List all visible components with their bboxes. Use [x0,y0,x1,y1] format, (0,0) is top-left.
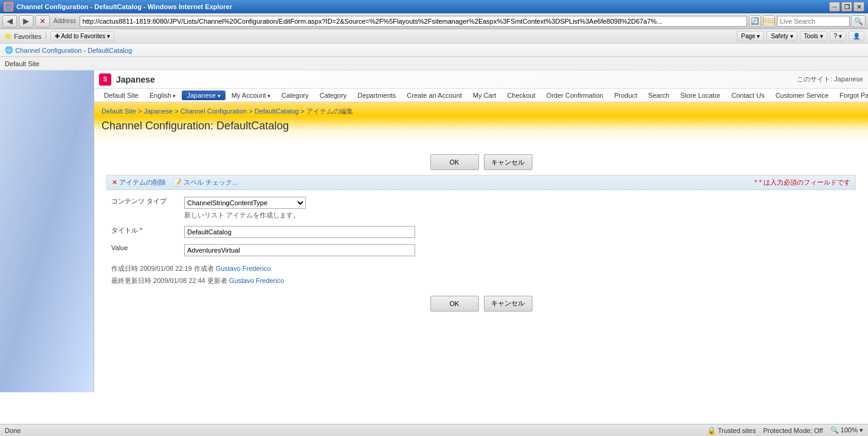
main-layout: S Japanese このサイト: Japanese Default Site … [0,70,868,392]
add-favorites-button[interactable]: ✚ Add to Favorites ▾ [50,31,114,41]
spellcheck-link[interactable]: 📝 スペル チェック... [173,178,238,187]
restore-button[interactable]: ❐ [841,2,852,12]
content-type-cell: ChannelStringContentType 新しいリスト アイテムを作成し… [179,194,856,223]
favorites-bar: 🌐 Channel Configuration - DefaultCatalog [0,44,868,57]
action-bar: ✕ アイテムの削除 📝 スペル チェック... * * は入力必須のフィールドで… [106,175,856,190]
nav-item-departments[interactable]: Departments [353,90,401,100]
form-table: コンテンツ タイプ ChannelStringContentType 新しいリス… [106,194,856,259]
breadcrumb-sep1: > [138,107,143,115]
breadcrumb-japanese[interactable]: Japanese [143,107,173,115]
zoom-icon: 🔍 [830,426,839,434]
nav-item-customer-service[interactable]: Customer Service [771,90,833,100]
tools-button[interactable]: Tools ▾ [800,31,827,41]
breadcrumb-area: Default Site > Japanese > Channel Config… [94,102,868,145]
breadcrumb-channel-config[interactable]: Channel Configuration [181,107,247,115]
delete-icon: ✕ [112,179,117,186]
window-controls[interactable]: ─ ❐ ✕ [829,2,864,12]
nav-item-forgot-password[interactable]: Forgot Password [835,90,868,100]
page-title: Channel Configuration: DefaultCatalog [102,120,861,132]
protected-mode: Protected Mode: Off [763,427,822,434]
modified-by-link[interactable]: Gustavo Frederico [229,277,284,284]
title-required-star: * [140,227,142,234]
bottom-ok-button[interactable]: OK [430,296,479,312]
address-search-input[interactable] [777,16,850,27]
breadcrumb-edit: アイテムの編集 [306,107,353,115]
required-star-note: * [754,179,759,186]
value-row: Value [106,241,856,259]
address-label: Address [52,18,78,24]
breadcrumb-sep3: > [249,107,254,115]
content-type-row: コンテンツ タイプ ChannelStringContentType 新しいリス… [106,194,856,223]
trusted-sites: 🔒 Trusted sites [707,426,756,435]
help-button[interactable]: ? ▾ [830,31,846,41]
refresh-button[interactable]: 🔄 [749,15,761,27]
zoom-arrow: ▾ [859,426,863,434]
address-bar: ◀ ▶ ✕ Address 🔄 RSS 🔍 [0,13,868,29]
address-input[interactable] [80,16,747,27]
nav-item-category2[interactable]: Category [315,90,352,100]
required-note: * * は入力必須のフィールドです [754,178,850,187]
toolbar-separator [46,32,46,41]
breadcrumb-default-site[interactable]: Default Site [102,107,136,115]
lock-icon: 🔒 [707,426,716,435]
top-cancel-button[interactable]: キャンセル [484,154,532,170]
nav-item-default-site[interactable]: Default Site [99,90,143,100]
status-bar: Done 🔒 Trusted sites Protected Mode: Off… [0,424,868,436]
created-info: 作成日時 2009/01/08 22:19 作成者 Gustavo Freder… [111,263,851,275]
fav-item-channel-config[interactable]: 🌐 Channel Configuration - DefaultCatalog [5,46,132,54]
search-area: 🔍 [777,15,866,27]
stop-button[interactable]: ✕ [35,15,50,27]
bottom-cancel-button[interactable]: キャンセル [484,296,532,312]
nav-item-store-locator[interactable]: Store Locator [675,90,725,100]
modified-info: 最終更新日時 2009/01/08 22:44 更新者 Gustavo Fred… [111,275,851,287]
modified-date-label: 最終更新日時 [111,277,151,284]
default-site-label: Default Site [5,60,40,67]
nav-item-checkout[interactable]: Checkout [502,90,540,100]
favorites-button[interactable]: ⭐ Favorites [4,32,41,40]
content-type-desc: 新しいリスト アイテムを作成します。 [184,211,851,220]
close-button[interactable]: ✕ [853,2,864,12]
title-input[interactable] [184,226,415,238]
nav-item-english[interactable]: English [145,90,181,100]
nav-item-my-account[interactable]: My Account [227,90,275,100]
nav-bar: Default Site English Japanese My Account… [94,89,868,102]
content-type-select[interactable]: ChannelStringContentType [184,197,306,209]
ie-icon: 🌐 [4,2,13,12]
safety-button[interactable]: Safety ▾ [766,31,797,41]
nav-item-order-confirmation[interactable]: Order Confirmation [542,90,608,100]
form-area: OK キャンセル ✕ アイテムの削除 📝 スペル チェック... [94,145,868,321]
cms-top-bar: S Japanese このサイト: Japanese [94,70,868,89]
title-cell [179,223,856,241]
breadcrumb: Default Site > Japanese > Channel Config… [102,107,861,116]
created-by-link[interactable]: Gustavo Frederico [216,265,270,272]
title-row: タイトル * [106,223,856,241]
search-button[interactable]: 🔍 [851,15,866,27]
site-header-bar: Default Site [0,57,868,70]
nav-item-my-cart[interactable]: My Cart [468,90,501,100]
back-button[interactable]: ◀ [2,15,17,27]
top-ok-button[interactable]: OK [430,154,479,170]
title-bar: 🌐 Channel Configuration - DefaultCatalog… [0,0,868,13]
nav-item-category1[interactable]: Category [277,90,314,100]
value-input[interactable] [184,244,415,256]
nav-item-contact-us[interactable]: Contact Us [726,90,769,100]
fav-ie-icon: 🌐 [5,46,13,54]
nav-item-japanese[interactable]: Japanese [182,90,225,100]
rss-button[interactable]: RSS [763,15,775,27]
forward-button[interactable]: ▶ [19,15,33,27]
nav-item-search[interactable]: Search [643,90,674,100]
top-button-row: OK キャンセル [106,154,856,170]
sidebar [0,70,94,392]
nav-item-create-account[interactable]: Create an Account [402,90,467,100]
page-button[interactable]: Page ▾ [737,31,764,41]
delete-item-link[interactable]: ✕ アイテムの削除 [112,178,166,187]
content-type-area: ChannelStringContentType 新しいリスト アイテムを作成し… [184,197,851,220]
breadcrumb-default-catalog[interactable]: DefaultCatalog [255,107,299,115]
value-label: Value [106,241,179,259]
minimize-button[interactable]: ─ [829,2,840,12]
zoom-level[interactable]: 🔍 100% ▾ [830,426,863,434]
modified-by-label-text: 更新者 [207,277,227,284]
account-button[interactable]: 👤 [849,31,864,41]
nav-item-product[interactable]: Product [609,90,642,100]
content-wrapper: S Japanese このサイト: Japanese Default Site … [94,70,868,392]
